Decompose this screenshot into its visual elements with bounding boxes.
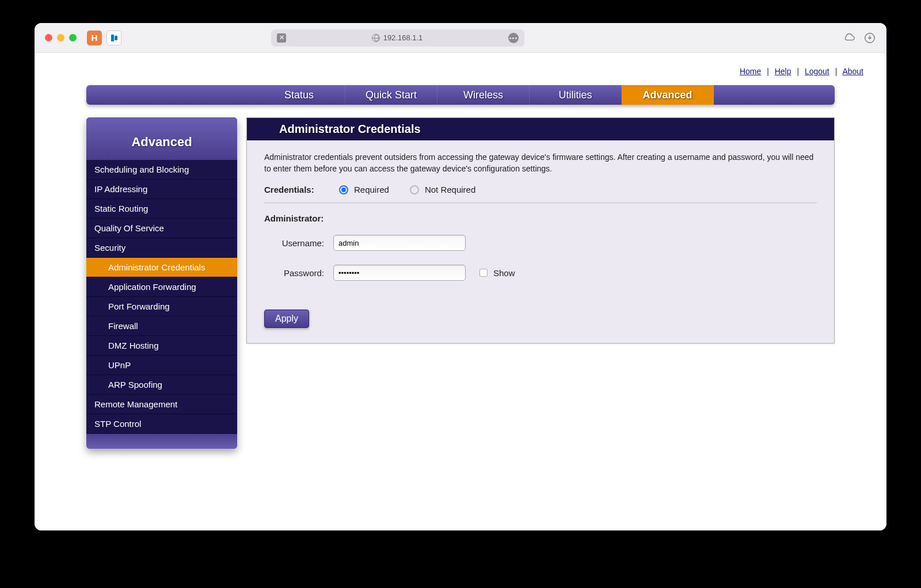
- sidebar-item-app-forwarding[interactable]: Application Forwarding: [86, 277, 237, 297]
- sidebar-item-firewall[interactable]: Firewall: [86, 316, 237, 336]
- username-label: Username:: [270, 238, 333, 248]
- tab-wireless[interactable]: Wireless: [437, 85, 530, 105]
- tab-status[interactable]: Status: [253, 85, 345, 105]
- address-bar[interactable]: ✕ 192.168.1.1 •••: [271, 29, 524, 47]
- sidebar-footer: [86, 434, 237, 449]
- browser-toolbar: H ✕ 192.168.1.1 •••: [35, 23, 886, 53]
- toolbar-app-icons: H: [87, 30, 121, 45]
- link-logout[interactable]: Logout: [805, 67, 829, 76]
- cloud-icon[interactable]: [843, 32, 855, 44]
- link-help[interactable]: Help: [775, 67, 791, 76]
- sidebar-title: Advanced: [86, 117, 237, 160]
- sidebar-item-scheduling[interactable]: Scheduling and Blocking: [86, 160, 237, 180]
- main-nav: Status Quick Start Wireless Utilities Ad…: [86, 85, 835, 105]
- tab-advanced[interactable]: Advanced: [622, 85, 714, 105]
- sidebar-item-stp-control[interactable]: STP Control: [86, 414, 237, 434]
- globe-icon: [372, 34, 380, 42]
- tab-quick-start[interactable]: Quick Start: [345, 85, 437, 105]
- show-password-label: Show: [493, 268, 515, 278]
- maximize-window-button[interactable]: [69, 34, 77, 41]
- page-content: Home | Help | Logout | About Status Quic…: [35, 53, 886, 530]
- apply-button[interactable]: Apply: [264, 310, 309, 328]
- radio-not-required-label: Not Required: [425, 185, 475, 194]
- radio-required-input[interactable]: [339, 185, 348, 194]
- sidebar-item-ip-addressing[interactable]: IP Addressing: [86, 180, 237, 199]
- link-home[interactable]: Home: [740, 67, 761, 76]
- password-label: Password:: [270, 268, 333, 278]
- minimize-window-button[interactable]: [57, 34, 64, 41]
- credentials-label: Credentials:: [264, 185, 328, 194]
- administrator-section-label: Administrator:: [264, 213, 817, 223]
- window-controls: [45, 34, 77, 41]
- content-description: Administrator credentials prevent outsid…: [264, 152, 817, 174]
- top-links: Home | Help | Logout | About: [35, 53, 886, 85]
- more-options-icon[interactable]: •••: [508, 33, 519, 43]
- tab-utilities[interactable]: Utilities: [530, 85, 622, 105]
- password-input[interactable]: [333, 265, 466, 281]
- radio-required[interactable]: Required: [339, 185, 389, 194]
- app-icon-h[interactable]: H: [87, 30, 102, 45]
- close-window-button[interactable]: [45, 34, 52, 41]
- sidebar-item-static-routing[interactable]: Static Routing: [86, 199, 237, 219]
- show-password-checkbox[interactable]: [479, 269, 488, 277]
- content-panel: Administrator Credentials Administrator …: [246, 117, 835, 343]
- radio-not-required[interactable]: Not Required: [410, 185, 475, 194]
- url-text: 192.168.1.1: [383, 33, 423, 42]
- app-icon-trello[interactable]: [106, 30, 121, 45]
- radio-not-required-input[interactable]: [410, 185, 419, 194]
- username-input[interactable]: [333, 235, 466, 251]
- sidebar-item-admin-credentials[interactable]: Administrator Credentials: [86, 258, 237, 277]
- link-about[interactable]: About: [842, 67, 863, 76]
- sidebar-item-upnp[interactable]: UPnP: [86, 356, 237, 375]
- browser-window: H ✕ 192.168.1.1 ••• Home | Help | Logout…: [35, 23, 886, 530]
- sidebar-item-arp-spoofing[interactable]: ARP Spoofing: [86, 375, 237, 395]
- content-title: Administrator Credentials: [247, 118, 834, 140]
- credentials-row: Credentials: Required Not Required: [264, 185, 817, 203]
- sidebar-item-security[interactable]: Security: [86, 238, 237, 258]
- radio-required-label: Required: [354, 185, 389, 194]
- sidebar-item-remote-mgmt[interactable]: Remote Management: [86, 395, 237, 414]
- sidebar-item-dmz[interactable]: DMZ Hosting: [86, 336, 237, 356]
- sidebar-item-qos[interactable]: Quality Of Service: [86, 219, 237, 238]
- sidebar: Advanced Scheduling and Blocking IP Addr…: [86, 117, 237, 449]
- sidebar-item-port-forwarding[interactable]: Port Forwarding: [86, 297, 237, 316]
- site-settings-icon[interactable]: ✕: [277, 33, 286, 43]
- downloads-icon[interactable]: [863, 32, 876, 44]
